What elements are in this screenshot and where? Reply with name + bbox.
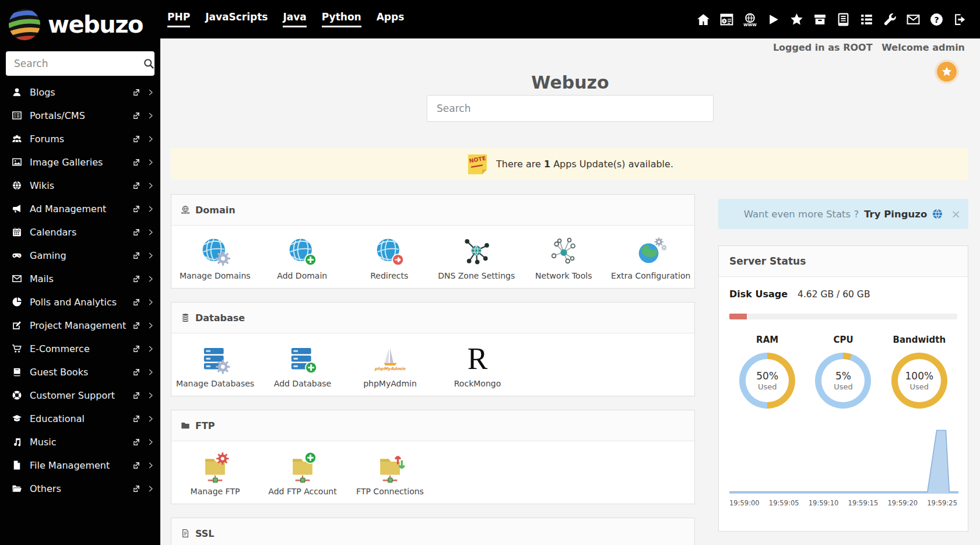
chevron-right-icon[interactable] <box>147 485 154 493</box>
external-link-icon[interactable] <box>132 182 140 189</box>
app-redirects[interactable]: Redirects <box>346 234 433 280</box>
external-link-icon[interactable] <box>132 135 140 143</box>
external-link-icon[interactable] <box>132 462 140 469</box>
chevron-right-icon[interactable] <box>147 462 154 469</box>
sidebar-item-customer-support[interactable]: Customer Support <box>0 384 160 407</box>
sidebar-item-gaming[interactable]: Gaming <box>0 244 160 267</box>
sidebar: webuzo BlogsPortals/CMSForumsImage Galle… <box>0 0 160 545</box>
logout-icon[interactable] <box>953 12 967 27</box>
external-link-icon[interactable] <box>132 89 140 96</box>
topbar-nav-php[interactable]: PHP <box>167 11 190 27</box>
external-link-icon[interactable] <box>132 275 140 283</box>
external-link-icon[interactable] <box>132 228 140 236</box>
sidebar-item-educational[interactable]: Educational <box>0 407 160 430</box>
app-manage-ftp[interactable]: Manage FTP <box>171 450 259 496</box>
sidebar-item-e-commerce[interactable]: E-Commerce <box>0 337 160 360</box>
sidebar-item-wikis[interactable]: Wikis <box>0 174 160 197</box>
play-icon[interactable] <box>766 12 781 27</box>
chevron-right-icon[interactable] <box>147 252 154 259</box>
topbar-nav-javascripts[interactable]: JavaScripts <box>205 11 268 27</box>
sidebar-item-forums[interactable]: Forums <box>0 127 160 150</box>
external-link-icon[interactable] <box>132 322 140 329</box>
pinguzo-link[interactable]: Try Pinguzo <box>864 209 927 220</box>
sidebar-item-image-galleries[interactable]: Image Galleries <box>0 150 160 174</box>
external-link-icon[interactable] <box>132 252 140 259</box>
app-label: Manage Domains <box>180 271 251 280</box>
sidebar-item-portals-cms[interactable]: Portals/CMS <box>0 104 160 127</box>
sidebar-item-ad-management[interactable]: Ad Management <box>0 197 160 220</box>
app-phpmyadmin[interactable]: phpMyAdminphpMyAdmin <box>346 342 434 388</box>
app-ftp-connections[interactable]: FTP Connections <box>346 450 434 496</box>
app-manage-domains[interactable]: Manage Domains <box>171 234 259 280</box>
section-apps: Manage DatabasesAdd DatabasephpMyAdminph… <box>171 333 694 396</box>
external-link-icon[interactable] <box>132 485 140 493</box>
external-link-icon[interactable] <box>132 298 140 306</box>
topbar-nav-java[interactable]: Java <box>283 11 306 27</box>
chevron-right-icon[interactable] <box>147 415 154 423</box>
apps-search-input[interactable] <box>435 102 705 115</box>
app-dns-zone-settings[interactable]: DNS Zone Settings <box>433 234 521 280</box>
external-link-icon[interactable] <box>132 438 140 446</box>
sidebar-search[interactable] <box>6 51 154 76</box>
chevron-right-icon[interactable] <box>147 392 154 399</box>
app-settings-icon[interactable] <box>719 12 734 27</box>
mail-icon[interactable] <box>906 12 921 27</box>
chevron-right-icon[interactable] <box>147 89 154 96</box>
chart-tick-label: 19:59:05 <box>769 499 799 507</box>
app-extra-configuration[interactable]: Extra Configuration <box>607 234 695 280</box>
sidebar-item-calendars[interactable]: Calendars <box>0 220 160 244</box>
database-icon <box>181 313 190 322</box>
chevron-right-icon[interactable] <box>147 322 154 329</box>
app-add-ftp-account[interactable]: Add FTP Account <box>259 450 346 496</box>
star-icon[interactable] <box>789 12 804 27</box>
chevron-right-icon[interactable] <box>147 298 154 306</box>
sidebar-item-project-management[interactable]: Project Management <box>0 314 160 337</box>
topbar-nav-python[interactable]: Python <box>322 11 361 27</box>
sidebar-item-file-management[interactable]: File Management <box>0 453 160 477</box>
chevron-right-icon[interactable] <box>147 345 154 353</box>
chevron-right-icon[interactable] <box>147 135 154 143</box>
apps-search[interactable] <box>427 95 714 122</box>
app-add-database[interactable]: Add Database <box>259 342 346 388</box>
chevron-right-icon[interactable] <box>147 228 154 236</box>
external-link-icon[interactable] <box>132 392 140 399</box>
app-manage-databases[interactable]: Manage Databases <box>171 342 259 388</box>
chevron-right-icon[interactable] <box>147 182 154 189</box>
external-link-icon[interactable] <box>132 205 140 213</box>
archive-icon[interactable] <box>813 12 827 27</box>
chevron-right-icon[interactable] <box>147 438 154 446</box>
app-network-tools[interactable]: Network Tools <box>520 234 607 280</box>
topbar-nav-apps[interactable]: Apps <box>377 11 405 27</box>
webuzo-logo[interactable]: webuzo <box>0 0 160 47</box>
logs-icon[interactable] <box>836 12 851 27</box>
chevron-right-icon[interactable] <box>147 112 154 119</box>
external-link-icon[interactable] <box>132 415 140 423</box>
list-icon[interactable] <box>859 12 874 27</box>
close-icon[interactable]: × <box>951 208 961 220</box>
globe-icon <box>932 209 943 219</box>
wrench-icon[interactable] <box>883 12 897 27</box>
www-icon[interactable]: WWW <box>743 12 757 27</box>
chevron-right-icon[interactable] <box>147 159 154 166</box>
home-icon[interactable] <box>696 12 711 27</box>
sidebar-item-blogs[interactable]: Blogs <box>0 80 160 104</box>
sidebar-item-music[interactable]: Music <box>0 430 160 453</box>
sidebar-item-polls-and-analytics[interactable]: Polls and Analytics <box>0 290 160 314</box>
sidebar-item-guest-books[interactable]: Guest Books <box>0 360 160 384</box>
help-icon[interactable]: ? <box>929 12 944 27</box>
app-rockmongo[interactable]: RRockMongo <box>434 342 521 388</box>
external-link-icon[interactable] <box>132 159 140 166</box>
sidebar-item-others[interactable]: Others <box>0 477 160 500</box>
search-icon[interactable] <box>143 58 155 70</box>
favorites-star-button[interactable] <box>937 62 957 82</box>
sidebar-item-mails[interactable]: Mails <box>0 267 160 290</box>
app-add-domain[interactable]: Add Domain <box>259 234 346 280</box>
sidebar-search-input[interactable] <box>13 57 143 70</box>
external-link-icon[interactable] <box>132 112 140 119</box>
chevron-right-icon[interactable] <box>147 205 154 213</box>
external-link-icon[interactable] <box>132 345 140 353</box>
external-link-icon[interactable] <box>132 368 140 376</box>
chevron-right-icon[interactable] <box>147 275 154 283</box>
chevron-right-icon[interactable] <box>147 368 154 376</box>
topbar: PHPJavaScriptsJavaPythonApps WWW? <box>160 0 980 38</box>
